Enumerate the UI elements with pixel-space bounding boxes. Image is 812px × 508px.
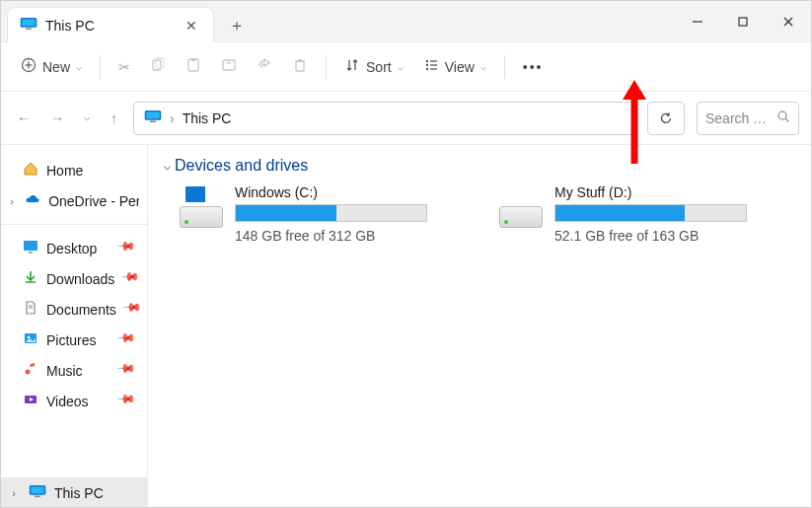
view-icon (423, 57, 439, 76)
pictures-icon (23, 330, 38, 349)
svg-rect-39 (31, 487, 44, 494)
chevron-down-icon[interactable]: ⌵ (164, 159, 171, 173)
paste-button[interactable] (178, 51, 209, 82)
back-button[interactable]: ← (13, 107, 35, 130)
copy-button[interactable] (142, 51, 174, 82)
sidebar-item-label: Desktop (46, 241, 97, 256)
close-tab-icon[interactable]: ✕ (180, 18, 203, 34)
sort-button[interactable]: Sort ⌵ (336, 51, 411, 82)
svg-line-29 (785, 118, 788, 121)
svg-point-21 (426, 64, 428, 66)
title-bar: This PC ✕ ＋ (1, 1, 811, 42)
sidebar-item-videos[interactable]: Videos 📌 (1, 386, 147, 416)
sidebar-item-label: This PC (54, 485, 104, 501)
minimize-button[interactable] (675, 1, 720, 41)
view-button[interactable]: View ⌵ (415, 51, 494, 82)
rename-icon (221, 57, 237, 76)
delete-button[interactable] (284, 51, 316, 82)
svg-rect-1 (22, 20, 36, 27)
sidebar-item-home[interactable]: Home (1, 155, 147, 185)
svg-rect-26 (146, 112, 160, 119)
svg-point-35 (28, 336, 31, 339)
maximize-button[interactable] (720, 1, 766, 41)
search-input[interactable]: Search This PC (697, 102, 799, 135)
pin-icon: 📌 (122, 297, 147, 322)
sidebar-item-desktop[interactable]: Desktop 📌 (1, 233, 147, 263)
chevron-right-icon[interactable]: › (7, 195, 17, 207)
sidebar-item-label: Videos (46, 394, 89, 409)
forward-button[interactable]: → (46, 107, 68, 130)
up-button[interactable]: ↑ (107, 107, 121, 130)
svg-point-28 (778, 111, 786, 119)
sidebar-item-music[interactable]: Music 📌 (1, 355, 147, 386)
chevron-right-icon[interactable]: › (170, 110, 175, 126)
pc-icon (144, 109, 162, 126)
separator (326, 55, 327, 79)
tab-title: This PC (45, 18, 95, 34)
music-icon (23, 361, 38, 380)
svg-rect-31 (29, 252, 33, 254)
refresh-button[interactable] (647, 102, 685, 135)
sidebar-item-pictures[interactable]: Pictures 📌 (1, 325, 147, 355)
more-button[interactable]: ••• (515, 53, 552, 81)
sidebar-item-label: Downloads (46, 271, 114, 287)
pin-icon: 📌 (116, 327, 141, 352)
sidebar-item-documents[interactable]: Documents 📌 (1, 294, 147, 325)
chevron-down-icon: ⌵ (398, 61, 404, 72)
window-controls (675, 1, 811, 41)
pin-icon: 📌 (116, 358, 141, 383)
view-label: View (445, 59, 475, 75)
rename-button[interactable] (213, 51, 245, 82)
new-icon (21, 57, 37, 76)
separator (1, 224, 147, 225)
svg-rect-27 (150, 121, 156, 123)
cut-button[interactable]: ✂ (111, 53, 138, 81)
chevron-down-icon[interactable]: ⌵ (80, 107, 95, 130)
sidebar-item-label: OneDrive - Personal (48, 193, 139, 209)
section-header[interactable]: ⌵ Devices and drives (164, 157, 795, 175)
sort-icon (344, 57, 360, 76)
pin-icon: 📌 (116, 389, 141, 413)
drive-item[interactable]: My Stuff (D:) 52.1 GB free of 163 GB (499, 184, 795, 244)
new-button[interactable]: New ⌵ (13, 51, 90, 82)
svg-rect-13 (191, 58, 195, 61)
sidebar-item-label: Pictures (46, 332, 97, 348)
svg-rect-14 (223, 60, 235, 70)
share-button[interactable] (249, 51, 280, 82)
command-bar: New ⌵ ✂ Sort ⌵ (1, 42, 811, 92)
pin-icon: 📌 (120, 266, 145, 291)
sidebar-item-downloads[interactable]: Downloads 📌 (1, 263, 147, 294)
sidebar-item-label: Documents (46, 302, 116, 318)
drive-name: My Stuff (D:) (554, 184, 795, 200)
navigation-pane: Home › OneDrive - Personal Desktop 📌 Dow… (1, 145, 148, 507)
drive-item[interactable]: Windows (C:) 148 GB free of 312 GB (180, 184, 476, 244)
svg-rect-4 (739, 18, 747, 26)
cut-icon: ✂ (118, 59, 130, 75)
sidebar-item-label: Home (46, 163, 83, 179)
svg-rect-16 (296, 61, 304, 71)
separator (504, 55, 505, 79)
close-window-button[interactable] (766, 1, 811, 41)
content-pane: ⌵ Devices and drives Windows (C:) 148 GB… (148, 145, 811, 507)
trash-icon (292, 57, 308, 76)
chevron-right-icon[interactable]: › (7, 487, 21, 499)
new-tab-button[interactable]: ＋ (220, 11, 254, 41)
nav-bar: ← → ⌵ ↑ › This PC Search This PC (1, 92, 811, 145)
separator (100, 55, 101, 79)
breadcrumb[interactable]: This PC (183, 110, 232, 126)
pin-icon: 📌 (116, 236, 141, 260)
tab-this-pc[interactable]: This PC ✕ (7, 7, 214, 42)
sidebar-item-this-pc[interactable]: › This PC (1, 478, 147, 507)
document-icon (23, 300, 38, 319)
sidebar-item-onedrive[interactable]: › OneDrive - Personal (1, 185, 147, 216)
svg-rect-2 (26, 29, 32, 31)
pc-icon (20, 17, 37, 34)
ellipsis-icon: ••• (523, 59, 544, 75)
search-placeholder: Search This PC (705, 110, 773, 126)
address-bar[interactable]: › This PC (133, 102, 635, 135)
home-icon (23, 161, 38, 180)
video-icon (23, 392, 38, 410)
desktop-icon (23, 239, 38, 257)
paste-icon (185, 57, 201, 76)
nav-buttons: ← → ⌵ ↑ (13, 107, 121, 130)
